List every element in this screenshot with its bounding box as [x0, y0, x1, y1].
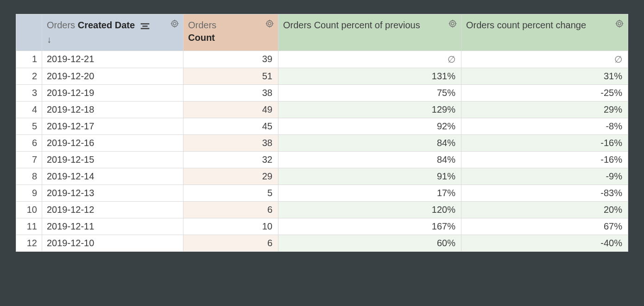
- cell-percent-of-previous[interactable]: 92%: [278, 118, 461, 135]
- cell-rownumber[interactable]: 1: [16, 51, 42, 68]
- cell-rownumber[interactable]: 12: [16, 235, 42, 252]
- cell-orders-count[interactable]: 32: [183, 152, 278, 168]
- cell-percent-change[interactable]: 20%: [461, 202, 628, 218]
- cell-created-date[interactable]: 2019-12-10: [42, 235, 183, 252]
- cell-created-date[interactable]: 2019-12-11: [42, 218, 183, 235]
- data-table-panel: Orders Created Date ↓ Orders Count Order…: [16, 14, 628, 252]
- table-row[interactable]: 122019-12-10660%-40%: [16, 235, 628, 252]
- cell-orders-count[interactable]: 38: [183, 85, 278, 102]
- table-row[interactable]: 12019-12-2139∅∅: [16, 51, 628, 68]
- header-created-date-prefix: Orders: [47, 20, 78, 30]
- table-row[interactable]: 42019-12-1849129%29%: [16, 102, 628, 118]
- cell-percent-of-previous[interactable]: 167%: [278, 218, 461, 235]
- cell-orders-count[interactable]: 51: [183, 68, 278, 85]
- header-created-date-main: Created Date: [78, 20, 135, 30]
- cell-orders-count[interactable]: 45: [183, 118, 278, 135]
- cell-percent-change[interactable]: -83%: [461, 185, 628, 202]
- null-value: ∅: [448, 54, 455, 64]
- cell-rownumber[interactable]: 7: [16, 152, 42, 168]
- table-row[interactable]: 102019-12-126120%20%: [16, 202, 628, 218]
- table-row[interactable]: 52019-12-174592%-8%: [16, 118, 628, 135]
- cell-orders-count[interactable]: 10: [183, 218, 278, 235]
- cell-rownumber[interactable]: 11: [16, 218, 42, 235]
- header-created-date[interactable]: Orders Created Date ↓: [42, 14, 183, 51]
- pivot-icon[interactable]: [140, 20, 150, 32]
- table-row[interactable]: 72019-12-153284%-16%: [16, 152, 628, 168]
- table-row[interactable]: 112019-12-1110167%67%: [16, 218, 628, 235]
- cell-percent-change[interactable]: -25%: [461, 85, 628, 102]
- table-row[interactable]: 22019-12-2051131%31%: [16, 68, 628, 85]
- cell-percent-of-previous[interactable]: 84%: [278, 135, 461, 152]
- cell-percent-change[interactable]: -9%: [461, 168, 628, 185]
- cell-created-date[interactable]: 2019-12-14: [42, 168, 183, 185]
- header-percent-change-label: Orders count percent change: [466, 20, 586, 30]
- cell-created-date[interactable]: 2019-12-13: [42, 185, 183, 202]
- cell-percent-of-previous[interactable]: 129%: [278, 102, 461, 118]
- cell-created-date[interactable]: 2019-12-17: [42, 118, 183, 135]
- table-row[interactable]: 92019-12-13517%-83%: [16, 185, 628, 202]
- cell-rownumber[interactable]: 3: [16, 85, 42, 102]
- header-rownumber: [16, 14, 42, 51]
- header-orders-count-main: Count: [188, 32, 215, 43]
- table-row[interactable]: 82019-12-142991%-9%: [16, 168, 628, 185]
- cell-percent-of-previous[interactable]: 120%: [278, 202, 461, 218]
- cell-percent-of-previous[interactable]: 60%: [278, 235, 461, 252]
- cell-orders-count[interactable]: 6: [183, 202, 278, 218]
- cell-orders-count[interactable]: 29: [183, 168, 278, 185]
- cell-created-date[interactable]: 2019-12-16: [42, 135, 183, 152]
- cell-percent-change[interactable]: 67%: [461, 218, 628, 235]
- cell-percent-change[interactable]: 29%: [461, 102, 628, 118]
- cell-created-date[interactable]: 2019-12-12: [42, 202, 183, 218]
- gear-icon[interactable]: [448, 19, 457, 28]
- cell-rownumber[interactable]: 2: [16, 68, 42, 85]
- cell-rownumber[interactable]: 6: [16, 135, 42, 152]
- cell-rownumber[interactable]: 4: [16, 102, 42, 118]
- header-orders-count-prefix: Orders: [188, 20, 216, 30]
- null-value: ∅: [614, 54, 622, 64]
- cell-rownumber[interactable]: 5: [16, 118, 42, 135]
- cell-percent-change[interactable]: -16%: [461, 152, 628, 168]
- cell-created-date[interactable]: 2019-12-19: [42, 85, 183, 102]
- cell-percent-of-previous[interactable]: ∅: [278, 51, 461, 68]
- gear-icon[interactable]: [170, 19, 179, 28]
- cell-percent-of-previous[interactable]: 84%: [278, 152, 461, 168]
- cell-percent-change[interactable]: -40%: [461, 235, 628, 252]
- table-header-row: Orders Created Date ↓ Orders Count Order…: [16, 14, 628, 51]
- cell-rownumber[interactable]: 10: [16, 202, 42, 218]
- cell-percent-change[interactable]: 31%: [461, 68, 628, 85]
- cell-percent-change[interactable]: -16%: [461, 135, 628, 152]
- cell-percent-change[interactable]: -8%: [461, 118, 628, 135]
- cell-orders-count[interactable]: 49: [183, 102, 278, 118]
- header-orders-count[interactable]: Orders Count: [183, 14, 278, 51]
- table-row[interactable]: 62019-12-163884%-16%: [16, 135, 628, 152]
- cell-rownumber[interactable]: 8: [16, 168, 42, 185]
- table-body: 12019-12-2139∅∅22019-12-2051131%31%32019…: [16, 51, 628, 252]
- gear-icon[interactable]: [265, 19, 274, 28]
- cell-percent-change[interactable]: ∅: [461, 51, 628, 68]
- cell-created-date[interactable]: 2019-12-18: [42, 102, 183, 118]
- cell-created-date[interactable]: 2019-12-15: [42, 152, 183, 168]
- cell-created-date[interactable]: 2019-12-21: [42, 51, 183, 68]
- cell-orders-count[interactable]: 38: [183, 135, 278, 152]
- gear-icon[interactable]: [615, 19, 624, 28]
- sort-descending-icon[interactable]: ↓: [47, 33, 164, 46]
- cell-orders-count[interactable]: 5: [183, 185, 278, 202]
- cell-percent-of-previous[interactable]: 131%: [278, 68, 461, 85]
- header-percent-of-previous[interactable]: Orders Count percent of previous: [278, 14, 461, 51]
- table-row[interactable]: 32019-12-193875%-25%: [16, 85, 628, 102]
- header-percent-change[interactable]: Orders count percent change: [461, 14, 628, 51]
- cell-rownumber[interactable]: 9: [16, 185, 42, 202]
- cell-orders-count[interactable]: 6: [183, 235, 278, 252]
- cell-percent-of-previous[interactable]: 91%: [278, 168, 461, 185]
- cell-orders-count[interactable]: 39: [183, 51, 278, 68]
- cell-percent-of-previous[interactable]: 17%: [278, 185, 461, 202]
- data-table: Orders Created Date ↓ Orders Count Order…: [16, 14, 628, 252]
- cell-created-date[interactable]: 2019-12-20: [42, 68, 183, 85]
- header-percent-of-previous-label: Orders Count percent of previous: [283, 20, 420, 30]
- cell-percent-of-previous[interactable]: 75%: [278, 85, 461, 102]
